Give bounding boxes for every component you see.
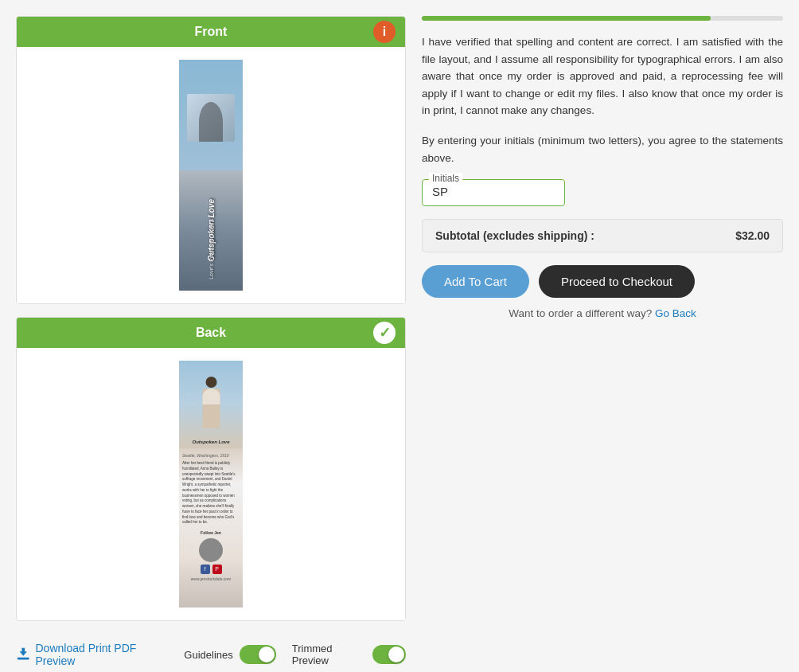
front-book-image: Outspoken Love Love's Promises, Book 1 [179, 60, 243, 291]
svg-marker-1 [20, 648, 27, 656]
initials-paragraph: By entering your initials (minimum two l… [422, 132, 783, 166]
back-book-title-overlay: Outspoken Love [192, 440, 229, 444]
svg-rect-0 [18, 658, 29, 660]
add-to-cart-button[interactable]: Add To Cart [422, 265, 529, 298]
back-book-image: Outspoken Love Seattle, Washington, 1910… [179, 361, 243, 608]
right-panel: I have verified that spelling and conten… [422, 16, 783, 672]
progress-bar-container [422, 16, 783, 21]
follow-label: Follow Jen [182, 530, 240, 536]
guidelines-toggle-group: Guidelines [184, 645, 275, 664]
initials-input[interactable] [432, 185, 555, 198]
download-icon [16, 647, 30, 662]
subtotal-label: Subtotal (excludes shipping) : [435, 229, 735, 242]
left-panel: Front i Outspoken Love [16, 16, 406, 672]
front-label: Front [195, 25, 228, 38]
back-preview-card: Back ✓ Outspoken Lo [16, 317, 406, 621]
front-preview-card: Front i Outspoken Love [16, 16, 406, 304]
back-author-section: Follow Jen f P www.jenstockdale.com [182, 530, 240, 582]
initials-field-container: Initials [422, 179, 565, 206]
front-book-sub: Love's Promises, Book 1 [209, 218, 214, 279]
guidelines-toggle[interactable] [240, 645, 276, 664]
social-icons: f P [182, 565, 240, 574]
download-label: Download Print PDF Preview [35, 642, 168, 667]
progress-bar [422, 16, 711, 21]
back-body-text: After her best friend is publicly humili… [182, 461, 240, 525]
download-pdf-link[interactable]: Download Print PDF Preview [16, 642, 168, 667]
back-author-image [199, 538, 223, 562]
subtotal-amount: $32.00 [735, 229, 770, 242]
go-back-text: Want to order a different way? Go Back [422, 307, 783, 319]
checkout-button[interactable]: Proceed to Checkout [539, 265, 695, 298]
back-book-text: Seattle, Washington, 1910 After her best… [179, 448, 243, 587]
subtotal-section: Subtotal (excludes shipping) : $32.00 [422, 219, 783, 252]
trimmed-toggle-knob [388, 647, 404, 662]
buttons-row: Add To Cart Proceed to Checkout [422, 265, 783, 298]
agreement-text: I have verified that spelling and conten… [422, 33, 783, 119]
back-card-header: Back ✓ [17, 318, 405, 348]
check-icon: ✓ [373, 322, 396, 344]
subtotal-row: Subtotal (excludes shipping) : $32.00 [422, 219, 783, 252]
trimmed-toggle-group: Trimmed Preview [292, 643, 406, 666]
go-back-link[interactable]: Go Back [655, 307, 696, 319]
back-label: Back [196, 326, 226, 339]
toggle-knob [259, 647, 275, 662]
front-card-header: Front i [17, 17, 405, 47]
front-card-body: Outspoken Love Love's Promises, Book 1 [17, 47, 405, 303]
pinterest-icon: P [212, 565, 222, 574]
guidelines-label: Guidelines [184, 649, 232, 661]
back-website: www.jenstockdale.com [182, 576, 240, 582]
back-card-body: Outspoken Love Seattle, Washington, 1910… [17, 348, 405, 620]
info-icon[interactable]: i [373, 21, 396, 43]
trimmed-label: Trimmed Preview [292, 643, 366, 666]
facebook-icon: f [201, 565, 210, 574]
bottom-toolbar: Download Print PDF Preview Guidelines Tr… [16, 634, 406, 672]
initials-field-label: Initials [429, 173, 462, 184]
trimmed-toggle[interactable] [372, 645, 406, 664]
